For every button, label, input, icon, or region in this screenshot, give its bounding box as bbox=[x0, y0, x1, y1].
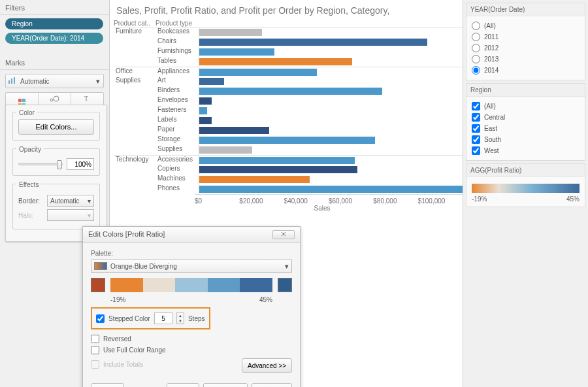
dialog-close-button[interactable] bbox=[272, 230, 295, 239]
year-option[interactable]: 2013 bbox=[472, 54, 580, 65]
filters-header: Filters bbox=[0, 0, 109, 15]
chart-bar[interactable] bbox=[199, 69, 317, 76]
chevron-down-icon: ▾ bbox=[285, 262, 289, 271]
x-tick: $80,000 bbox=[373, 197, 417, 203]
stepped-color-checkbox[interactable] bbox=[96, 314, 105, 323]
x-tick: $60,000 bbox=[329, 197, 373, 203]
spinner-down-icon[interactable]: ▼ bbox=[177, 318, 184, 324]
reversed-checkbox[interactable] bbox=[91, 335, 99, 343]
chart-bar[interactable] bbox=[199, 39, 427, 46]
halo-label: Halo: bbox=[18, 212, 43, 219]
chart-bar[interactable] bbox=[199, 157, 355, 164]
type-label: Art bbox=[155, 76, 197, 86]
include-totals-label: Include Totals bbox=[103, 361, 143, 368]
chart-bar[interactable] bbox=[199, 88, 382, 95]
chart-bar[interactable] bbox=[199, 107, 207, 114]
category-label bbox=[114, 135, 155, 145]
x-tick: $20,000 bbox=[239, 197, 284, 203]
stepped-color-highlight: Stepped Color ▲▼ Steps bbox=[91, 307, 210, 329]
marks-type-dropdown[interactable]: Automatic ▾ bbox=[5, 74, 104, 88]
spinner-up-icon[interactable]: ▲ bbox=[177, 313, 184, 318]
right-shelf: YEAR(Order Date) (All)2011201220132014 R… bbox=[463, 0, 588, 387]
palette-start-swatch[interactable] bbox=[91, 278, 105, 292]
advanced-button[interactable]: Advanced >> bbox=[242, 358, 292, 373]
include-totals-checkbox bbox=[91, 360, 99, 369]
type-label: Accessories bbox=[155, 156, 197, 165]
full-range-label: Use Full Color Range bbox=[103, 346, 166, 354]
region-option[interactable]: East bbox=[472, 123, 580, 134]
reset-button[interactable]: Reset bbox=[91, 383, 124, 387]
opacity-input[interactable] bbox=[67, 158, 94, 170]
legend-min: -19% bbox=[472, 195, 487, 203]
chart-bar[interactable] bbox=[199, 117, 212, 124]
legend-max: 45% bbox=[566, 195, 580, 203]
edit-colors-button[interactable]: Edit Colors... bbox=[18, 119, 94, 135]
chevron-down-icon: ▾ bbox=[93, 77, 103, 86]
type-label: Bookcases bbox=[155, 27, 197, 37]
chart-bar[interactable] bbox=[199, 127, 269, 134]
x-tick: $0 bbox=[195, 197, 239, 203]
category-label bbox=[114, 37, 155, 47]
year-option[interactable]: 2014 bbox=[472, 65, 580, 76]
marks-header: Marks bbox=[0, 55, 109, 70]
chart-bar[interactable] bbox=[199, 146, 252, 154]
chart-bar[interactable] bbox=[199, 29, 262, 36]
palette-select[interactable]: Orange-Blue Diverging ▾ bbox=[91, 260, 292, 273]
category-label bbox=[114, 116, 155, 126]
year-option[interactable]: 2011 bbox=[472, 31, 580, 42]
type-label: Labels bbox=[155, 116, 197, 126]
full-range-checkbox[interactable] bbox=[91, 346, 99, 354]
apply-button[interactable]: Apply bbox=[252, 383, 292, 387]
palette-range-max: 45% bbox=[259, 296, 272, 303]
stepped-color-value[interactable] bbox=[154, 312, 172, 324]
type-label: Envelopes bbox=[155, 96, 197, 106]
effects-legend: Effects bbox=[16, 181, 41, 188]
chart-bar[interactable] bbox=[199, 58, 352, 65]
type-label: Binders bbox=[155, 86, 197, 96]
stepped-color-spinner[interactable]: ▲▼ bbox=[176, 312, 184, 324]
gradient-step bbox=[208, 278, 240, 292]
chart-bar[interactable] bbox=[199, 97, 212, 105]
color-legend: Color bbox=[16, 109, 37, 116]
chart-title: Sales, Profit, Profit Ratio, and Profit … bbox=[110, 0, 463, 18]
chart-bar[interactable] bbox=[199, 176, 310, 183]
legend-gradient bbox=[472, 184, 580, 193]
region-option[interactable]: South bbox=[472, 134, 580, 145]
chart-bar[interactable] bbox=[199, 48, 274, 56]
region-card-title: Region bbox=[466, 84, 585, 97]
type-label: Fasteners bbox=[155, 106, 197, 116]
chevron-down-icon: ▾ bbox=[88, 212, 91, 219]
region-option[interactable]: Central bbox=[472, 112, 580, 123]
opacity-slider[interactable] bbox=[18, 163, 63, 165]
gradient-step bbox=[143, 278, 176, 292]
chart-bar[interactable] bbox=[199, 186, 463, 193]
chart-header-category: Product cat.. bbox=[114, 20, 155, 27]
category-label bbox=[114, 47, 155, 57]
cancel-button[interactable]: Cancel bbox=[203, 383, 248, 387]
ok-button[interactable]: OK bbox=[167, 383, 199, 387]
dialog-title: Edit Colors [Profit Ratio] bbox=[88, 230, 165, 239]
chart-bar[interactable] bbox=[199, 166, 357, 173]
filter-pill-year[interactable]: YEAR(Order Date): 2014 bbox=[5, 33, 103, 44]
palette-end-swatch[interactable] bbox=[278, 278, 292, 292]
year-option[interactable]: 2012 bbox=[472, 42, 580, 54]
size-icon bbox=[39, 94, 71, 105]
svg-point-4 bbox=[54, 96, 59, 101]
category-label bbox=[114, 184, 155, 194]
halo-select: ▾ bbox=[47, 209, 94, 221]
bar-icon bbox=[6, 76, 18, 86]
category-label bbox=[114, 175, 155, 184]
chart-column-headers: Product cat.. Product type bbox=[110, 18, 463, 27]
type-label: Furnishings bbox=[155, 47, 197, 57]
category-label bbox=[114, 106, 155, 116]
x-tick: $100,000 bbox=[418, 197, 463, 203]
region-option[interactable]: (All) bbox=[472, 101, 580, 112]
border-select[interactable]: Automatic ▾ bbox=[47, 195, 94, 207]
chart-bar[interactable] bbox=[199, 137, 375, 144]
chart-bar[interactable] bbox=[199, 78, 224, 85]
region-option[interactable]: West bbox=[472, 145, 580, 156]
category-label bbox=[114, 165, 155, 175]
opacity-slider-thumb[interactable] bbox=[57, 160, 62, 169]
filter-pill-region[interactable]: Region bbox=[5, 18, 103, 29]
year-option[interactable]: (All) bbox=[472, 20, 580, 31]
